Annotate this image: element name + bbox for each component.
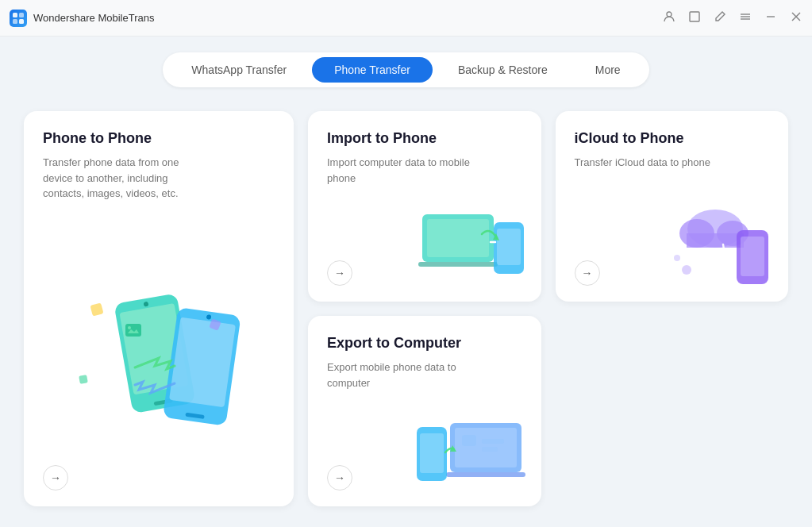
svg-rect-43 <box>420 433 444 473</box>
card-import-arrow[interactable]: → <box>327 260 352 286</box>
svg-rect-41 <box>446 472 525 477</box>
tab-navigation: WhatsApp Transfer Phone Transfer Backup … <box>163 52 648 87</box>
svg-rect-45 <box>462 435 476 446</box>
svg-rect-1 <box>19 13 24 17</box>
tab-phone-transfer[interactable]: Phone Transfer <box>312 57 433 83</box>
svg-rect-5 <box>690 12 699 21</box>
card-export-to-computer[interactable]: Export to Computer Export mobile phone d… <box>308 316 541 506</box>
svg-rect-22 <box>79 375 88 384</box>
svg-rect-2 <box>13 19 17 24</box>
card-import-title: Import to Phone <box>327 130 522 147</box>
minimize-icon[interactable] <box>764 10 777 25</box>
edit-icon[interactable] <box>714 10 726 25</box>
svg-rect-29 <box>497 229 521 265</box>
titlebar-controls <box>663 10 802 25</box>
svg-point-38 <box>682 265 691 275</box>
tab-more[interactable]: More <box>573 57 643 83</box>
svg-rect-20 <box>90 302 103 316</box>
user-icon[interactable] <box>663 10 675 25</box>
svg-rect-47 <box>482 447 498 452</box>
app-logo <box>10 10 27 27</box>
menu-icon[interactable] <box>739 10 752 25</box>
svg-point-4 <box>667 12 672 17</box>
card-import-desc: Import computer data to mobile phone <box>327 155 486 186</box>
card-icloud-desc: Transfer iCloud data to phone <box>575 155 733 171</box>
card-export-title: Export to Computer <box>327 335 522 352</box>
svg-rect-23 <box>125 324 141 337</box>
cards-grid: Phone to Phone Transfer phone data from … <box>24 111 788 506</box>
card-export-desc: Export mobile phone data to computer <box>327 360 486 390</box>
svg-rect-0 <box>13 13 17 17</box>
svg-rect-26 <box>427 219 489 257</box>
close-icon[interactable] <box>790 10 802 25</box>
card-icloud-title: iCloud to Phone <box>575 130 770 147</box>
tab-backup-restore[interactable]: Backup & Restore <box>436 57 570 83</box>
card-phone-to-phone-title: Phone to Phone <box>43 130 275 147</box>
svg-rect-36 <box>741 237 764 276</box>
svg-point-24 <box>128 326 131 329</box>
card-import-to-phone[interactable]: Import to Phone Import computer data to … <box>308 111 541 302</box>
tab-whatsapp[interactable]: WhatsApp Transfer <box>169 57 309 83</box>
main-content: WhatsApp Transfer Phone Transfer Backup … <box>0 37 812 527</box>
card-icloud-arrow[interactable]: → <box>575 260 600 286</box>
card-phone-to-phone[interactable]: Phone to Phone Transfer phone data from … <box>24 111 294 506</box>
titlebar-left: Wondershare MobileTrans <box>10 10 154 27</box>
svg-rect-46 <box>482 439 504 444</box>
svg-point-37 <box>674 255 680 261</box>
svg-rect-3 <box>19 19 24 24</box>
card-icloud-to-phone[interactable]: iCloud to Phone Transfer iCloud data to … <box>556 111 789 302</box>
svg-rect-34 <box>687 233 744 248</box>
card-phone-to-phone-arrow[interactable]: → <box>43 465 68 490</box>
card-export-arrow[interactable]: → <box>327 465 352 490</box>
svg-rect-27 <box>418 262 498 267</box>
titlebar: Wondershare MobileTrans <box>0 0 812 37</box>
window-icon[interactable] <box>688 10 701 25</box>
card-phone-to-phone-desc: Transfer phone data from one device to a… <box>43 155 202 202</box>
svg-rect-17 <box>169 317 236 408</box>
app-title: Wondershare MobileTrans <box>33 12 154 24</box>
